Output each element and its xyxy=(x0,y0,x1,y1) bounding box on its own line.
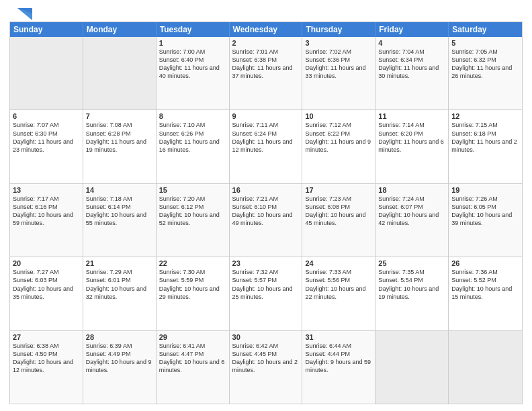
day-number: 22 xyxy=(159,259,226,267)
day-number: 6 xyxy=(13,112,80,120)
header-day-saturday: Saturday xyxy=(449,22,522,37)
day-info: Sunrise: 7:20 AMSunset: 6:12 PMDaylight:… xyxy=(159,195,226,228)
logo-icon xyxy=(11,7,32,21)
calendar-day-18: 18Sunrise: 7:24 AMSunset: 6:07 PMDayligh… xyxy=(375,184,449,257)
day-info: Sunrise: 7:00 AMSunset: 6:40 PMDaylight:… xyxy=(159,48,226,81)
day-number: 3 xyxy=(305,39,372,47)
day-number: 15 xyxy=(159,186,226,194)
calendar-day-17: 17Sunrise: 7:23 AMSunset: 6:08 PMDayligh… xyxy=(302,184,375,257)
calendar-day-26: 26Sunrise: 7:36 AMSunset: 5:52 PMDayligh… xyxy=(449,257,522,330)
header-day-tuesday: Tuesday xyxy=(157,22,230,37)
calendar-day-24: 24Sunrise: 7:33 AMSunset: 5:56 PMDayligh… xyxy=(302,257,375,330)
day-info: Sunrise: 7:01 AMSunset: 6:38 PMDaylight:… xyxy=(232,48,300,81)
day-number: 9 xyxy=(232,112,300,120)
day-number: 24 xyxy=(305,259,372,267)
day-number: 26 xyxy=(451,259,519,267)
day-number: 4 xyxy=(378,39,445,47)
day-number: 20 xyxy=(13,259,80,267)
day-info: Sunrise: 7:18 AMSunset: 6:14 PMDaylight:… xyxy=(86,195,153,228)
calendar-empty-cell xyxy=(83,37,157,109)
day-info: Sunrise: 6:39 AMSunset: 4:49 PMDaylight:… xyxy=(86,342,153,375)
calendar-day-23: 23Sunrise: 7:32 AMSunset: 5:57 PMDayligh… xyxy=(230,257,303,330)
calendar-day-6: 6Sunrise: 7:07 AMSunset: 6:30 PMDaylight… xyxy=(10,110,83,183)
day-info: Sunrise: 7:29 AMSunset: 6:01 PMDaylight:… xyxy=(86,268,153,301)
calendar: SundayMondayTuesdayWednesdayThursdayFrid… xyxy=(9,21,523,404)
day-number: 12 xyxy=(451,112,519,120)
calendar-day-5: 5Sunrise: 7:05 AMSunset: 6:32 PMDaylight… xyxy=(449,37,522,109)
day-number: 29 xyxy=(159,333,226,341)
header-day-monday: Monday xyxy=(83,22,157,37)
calendar-day-12: 12Sunrise: 7:15 AMSunset: 6:18 PMDayligh… xyxy=(449,110,522,183)
calendar-day-9: 9Sunrise: 7:11 AMSunset: 6:24 PMDaylight… xyxy=(230,110,303,183)
header-day-thursday: Thursday xyxy=(302,22,375,37)
calendar-day-25: 25Sunrise: 7:35 AMSunset: 5:54 PMDayligh… xyxy=(375,257,449,330)
calendar-day-16: 16Sunrise: 7:21 AMSunset: 6:10 PMDayligh… xyxy=(230,184,303,257)
day-number: 5 xyxy=(451,39,519,47)
header-day-wednesday: Wednesday xyxy=(230,22,303,37)
day-number: 10 xyxy=(305,112,372,120)
day-number: 14 xyxy=(86,186,153,194)
day-number: 19 xyxy=(451,186,519,194)
day-number: 25 xyxy=(378,259,445,267)
calendar-day-11: 11Sunrise: 7:14 AMSunset: 6:20 PMDayligh… xyxy=(375,110,449,183)
day-info: Sunrise: 7:14 AMSunset: 6:20 PMDaylight:… xyxy=(378,121,445,154)
day-number: 21 xyxy=(86,259,153,267)
calendar-day-20: 20Sunrise: 7:27 AMSunset: 6:03 PMDayligh… xyxy=(10,257,83,330)
calendar-day-13: 13Sunrise: 7:17 AMSunset: 6:16 PMDayligh… xyxy=(10,184,83,257)
calendar-day-21: 21Sunrise: 7:29 AMSunset: 6:01 PMDayligh… xyxy=(83,257,157,330)
day-info: Sunrise: 7:27 AMSunset: 6:03 PMDaylight:… xyxy=(13,268,80,301)
calendar-week-1: 1Sunrise: 7:00 AMSunset: 6:40 PMDaylight… xyxy=(10,37,522,109)
day-number: 18 xyxy=(378,186,445,194)
header xyxy=(9,7,523,17)
day-info: Sunrise: 7:32 AMSunset: 5:57 PMDaylight:… xyxy=(232,268,300,301)
day-info: Sunrise: 7:02 AMSunset: 6:36 PMDaylight:… xyxy=(305,48,372,81)
calendar-day-22: 22Sunrise: 7:30 AMSunset: 5:59 PMDayligh… xyxy=(157,257,230,330)
calendar-header: SundayMondayTuesdayWednesdayThursdayFrid… xyxy=(10,22,522,37)
day-info: Sunrise: 7:04 AMSunset: 6:34 PMDaylight:… xyxy=(378,48,445,81)
day-info: Sunrise: 6:44 AMSunset: 4:44 PMDaylight:… xyxy=(305,342,372,375)
day-info: Sunrise: 7:21 AMSunset: 6:10 PMDaylight:… xyxy=(232,195,300,228)
day-number: 28 xyxy=(86,333,153,341)
calendar-day-15: 15Sunrise: 7:20 AMSunset: 6:12 PMDayligh… xyxy=(157,184,230,257)
day-number: 27 xyxy=(13,333,80,341)
calendar-day-29: 29Sunrise: 6:41 AMSunset: 4:47 PMDayligh… xyxy=(157,331,230,404)
calendar-day-2: 2Sunrise: 7:01 AMSunset: 6:38 PMDaylight… xyxy=(230,37,303,109)
calendar-day-7: 7Sunrise: 7:08 AMSunset: 6:28 PMDaylight… xyxy=(83,110,157,183)
calendar-week-3: 13Sunrise: 7:17 AMSunset: 6:16 PMDayligh… xyxy=(10,183,522,257)
logo xyxy=(9,7,32,17)
day-info: Sunrise: 7:11 AMSunset: 6:24 PMDaylight:… xyxy=(232,121,300,154)
calendar-day-14: 14Sunrise: 7:18 AMSunset: 6:14 PMDayligh… xyxy=(83,184,157,257)
day-info: Sunrise: 7:36 AMSunset: 5:52 PMDaylight:… xyxy=(451,268,519,301)
calendar-day-8: 8Sunrise: 7:10 AMSunset: 6:26 PMDaylight… xyxy=(157,110,230,183)
day-info: Sunrise: 7:17 AMSunset: 6:16 PMDaylight:… xyxy=(13,195,80,228)
day-number: 13 xyxy=(13,186,80,194)
day-info: Sunrise: 7:15 AMSunset: 6:18 PMDaylight:… xyxy=(451,121,519,154)
calendar-week-4: 20Sunrise: 7:27 AMSunset: 6:03 PMDayligh… xyxy=(10,257,522,330)
day-info: Sunrise: 7:10 AMSunset: 6:26 PMDaylight:… xyxy=(159,121,226,154)
calendar-day-30: 30Sunrise: 6:42 AMSunset: 4:45 PMDayligh… xyxy=(230,331,303,404)
calendar-day-27: 27Sunrise: 6:38 AMSunset: 4:50 PMDayligh… xyxy=(10,331,83,404)
calendar-day-10: 10Sunrise: 7:12 AMSunset: 6:22 PMDayligh… xyxy=(302,110,375,183)
header-day-friday: Friday xyxy=(375,22,449,37)
header-day-sunday: Sunday xyxy=(10,22,83,37)
calendar-empty-cell xyxy=(449,331,522,404)
day-number: 1 xyxy=(159,39,226,47)
day-info: Sunrise: 7:12 AMSunset: 6:22 PMDaylight:… xyxy=(305,121,372,154)
calendar-day-1: 1Sunrise: 7:00 AMSunset: 6:40 PMDaylight… xyxy=(157,37,230,109)
day-number: 30 xyxy=(232,333,300,341)
calendar-body: 1Sunrise: 7:00 AMSunset: 6:40 PMDaylight… xyxy=(10,37,522,404)
day-info: Sunrise: 7:05 AMSunset: 6:32 PMDaylight:… xyxy=(451,48,519,81)
day-number: 17 xyxy=(305,186,372,194)
day-number: 2 xyxy=(232,39,300,47)
calendar-empty-cell xyxy=(375,331,449,404)
calendar-day-3: 3Sunrise: 7:02 AMSunset: 6:36 PMDaylight… xyxy=(302,37,375,109)
day-number: 11 xyxy=(378,112,445,120)
day-number: 23 xyxy=(232,259,300,267)
day-info: Sunrise: 6:41 AMSunset: 4:47 PMDaylight:… xyxy=(159,342,226,375)
day-info: Sunrise: 7:30 AMSunset: 5:59 PMDaylight:… xyxy=(159,268,226,301)
day-info: Sunrise: 7:26 AMSunset: 6:05 PMDaylight:… xyxy=(451,195,519,228)
calendar-day-4: 4Sunrise: 7:04 AMSunset: 6:34 PMDaylight… xyxy=(375,37,449,109)
day-number: 16 xyxy=(232,186,300,194)
day-info: Sunrise: 7:23 AMSunset: 6:08 PMDaylight:… xyxy=(305,195,372,228)
calendar-empty-cell xyxy=(10,37,83,109)
